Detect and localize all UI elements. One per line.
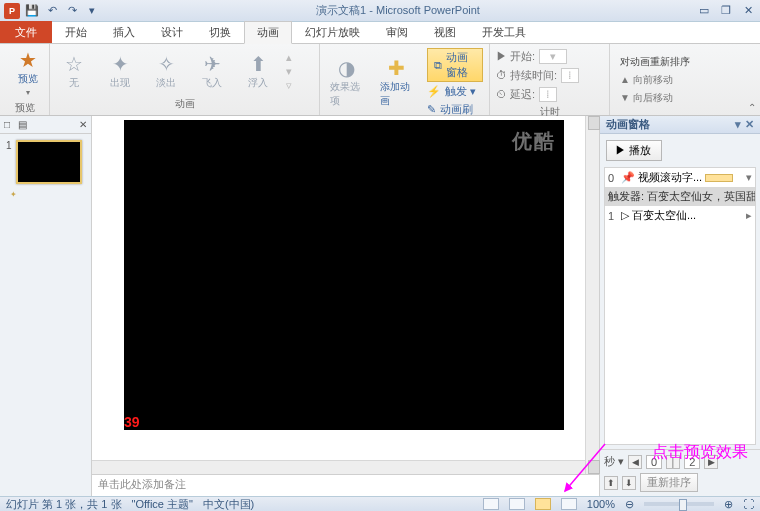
ribbon-collapse-icon[interactable]: ⌃: [748, 102, 756, 113]
save-icon[interactable]: 💾: [24, 3, 40, 19]
zoom-in-button[interactable]: ⊕: [724, 498, 733, 511]
slide-canvas[interactable]: 优酷 39: [124, 120, 564, 430]
trigger-icon: ⚡: [427, 85, 441, 98]
tab-design[interactable]: 设计: [148, 21, 196, 43]
preview-button[interactable]: ★ 预览 ▾: [6, 48, 50, 99]
reorder-title: 对动画重新排序: [620, 54, 754, 70]
pane-close-icon[interactable]: ✕: [745, 118, 754, 131]
qat-more-icon[interactable]: ▾: [84, 3, 100, 19]
seconds-label[interactable]: 秒 ▾: [604, 454, 624, 469]
fit-window-button[interactable]: ⛶: [743, 498, 754, 510]
animation-trigger-row[interactable]: 触发器: 百变太空仙女，英国甜...: [605, 187, 755, 206]
notes-pane[interactable]: 单击此处添加备注: [92, 474, 599, 496]
reorder-button[interactable]: 重新排序: [640, 473, 698, 492]
thumb-close-icon[interactable]: ✕: [79, 119, 87, 130]
timing-duration[interactable]: ⏱ 持续时间:⁞: [496, 67, 603, 84]
ribbon-tabs: 文件 开始 插入 设计 切换 动画 幻灯片放映 审阅 视图 开发工具: [0, 22, 760, 44]
status-theme: "Office 主题": [132, 497, 193, 512]
animation-play-button[interactable]: ▶ 播放: [606, 140, 662, 161]
timing-delay[interactable]: ⏲ 延迟:⁞: [496, 86, 603, 103]
status-language[interactable]: 中文(中国): [203, 497, 254, 512]
view-reading-button[interactable]: [535, 498, 551, 510]
group-preview-label: 预览: [6, 99, 43, 115]
animation-item-1[interactable]: 1 ▷ 百变太空仙... ▸: [605, 206, 755, 225]
chevron-right-icon[interactable]: ▸: [746, 209, 752, 222]
undo-icon[interactable]: ↶: [44, 3, 60, 19]
timeline-bar: [705, 174, 733, 182]
slide-thumbnail-1[interactable]: 1: [6, 140, 85, 184]
tab-developer[interactable]: 开发工具: [469, 21, 539, 43]
anim-fade[interactable]: ✧淡出: [148, 52, 184, 92]
pane-icon: ⧉: [434, 59, 442, 72]
tab-transitions[interactable]: 切换: [196, 21, 244, 43]
view-normal-button[interactable]: [483, 498, 499, 510]
timeline-next-button[interactable]: ▶: [704, 455, 718, 469]
preview-icon: ★: [19, 50, 37, 70]
animation-list: 0 📌 视频滚动字... ▾ 触发器: 百变太空仙女，英国甜... 1 ▷ 百变…: [604, 167, 756, 445]
chevron-down-icon[interactable]: ▾: [746, 171, 752, 184]
slide-thumbnail-panel: □ ▤ ✕ 1 ✦: [0, 116, 92, 496]
effect-options-button[interactable]: ◑效果选项: [326, 56, 366, 110]
painter-icon: ✎: [427, 103, 436, 116]
tab-view[interactable]: 视图: [421, 21, 469, 43]
title-bar: P 💾 ↶ ↷ ▾ 演示文稿1 - Microsoft PowerPoint ▭…: [0, 0, 760, 22]
zoom-slider[interactable]: [644, 502, 714, 506]
trigger-button[interactable]: ⚡触发 ▾: [427, 83, 483, 100]
anim-floatin[interactable]: ⬆浮入: [240, 52, 276, 92]
group-anim-label: 动画: [56, 95, 313, 111]
ribbon: ★ 预览 ▾ 预览 ☆无 ✦出现 ✧淡出 ✈飞入 ⬆浮入 ▴▾▿ 动画 ◑效果选…: [0, 44, 760, 116]
tab-animations[interactable]: 动画: [244, 21, 292, 44]
restore-icon[interactable]: ❐: [718, 4, 734, 17]
pin-icon: 📌: [621, 171, 635, 184]
animation-pane: 动画窗格 ▾✕ ▶ 播放 0 📌 视频滚动字... ▾ 触发器: 百变太空仙女，…: [600, 116, 760, 496]
thumb-tab-slides[interactable]: □: [4, 119, 10, 130]
pane-menu-icon[interactable]: ▾: [735, 118, 741, 131]
editor-horizontal-scrollbar[interactable]: [92, 460, 585, 474]
view-slideshow-button[interactable]: [561, 498, 577, 510]
editor-vertical-scrollbar[interactable]: [585, 116, 599, 474]
move-later-button[interactable]: ▼ 向后移动: [620, 90, 754, 106]
animation-indicator-icon: ✦: [10, 190, 91, 199]
tab-review[interactable]: 审阅: [373, 21, 421, 43]
reorder-down-button[interactable]: ⬇: [622, 476, 636, 490]
animation-item-0[interactable]: 0 📌 视频滚动字... ▾: [605, 168, 755, 187]
seconds-value-2[interactable]: 2: [684, 455, 700, 469]
tab-file[interactable]: 文件: [0, 21, 52, 43]
seconds-value[interactable]: 0: [646, 455, 662, 469]
zoom-out-button[interactable]: ⊖: [625, 498, 634, 511]
animation-pane-button[interactable]: ⧉动画窗格: [427, 48, 483, 82]
thumb-slide-preview: [16, 140, 82, 184]
status-slide-count: 幻灯片 第 1 张，共 1 张: [6, 497, 122, 512]
video-watermark: 优酷: [512, 128, 556, 155]
anim-gallery-more[interactable]: ▴▾▿: [286, 51, 292, 92]
reorder-up-button[interactable]: ⬆: [604, 476, 618, 490]
status-bar: 幻灯片 第 1 张，共 1 张 "Office 主题" 中文(中国) 100% …: [0, 496, 760, 511]
red-counter: 39: [124, 414, 140, 430]
tab-slideshow[interactable]: 幻灯片放映: [292, 21, 373, 43]
view-sorter-button[interactable]: [509, 498, 525, 510]
tab-insert[interactable]: 插入: [100, 21, 148, 43]
add-animation-button[interactable]: ✚添加动画: [376, 56, 416, 110]
anim-appear[interactable]: ✦出现: [102, 52, 138, 92]
animation-pane-title: 动画窗格: [606, 117, 650, 132]
anim-none[interactable]: ☆无: [56, 52, 92, 92]
redo-icon[interactable]: ↷: [64, 3, 80, 19]
anim-flyin[interactable]: ✈飞入: [194, 52, 230, 92]
thumb-tab-outline[interactable]: ▤: [18, 119, 27, 130]
zoom-level[interactable]: 100%: [587, 498, 615, 510]
move-earlier-button[interactable]: ▲ 向前移动: [620, 72, 754, 88]
minimize-icon[interactable]: ▭: [696, 4, 712, 17]
timeline-mid-button[interactable]: │: [666, 455, 680, 469]
slide-editor: 优酷 39 单击此处添加备注: [92, 116, 600, 496]
close-icon[interactable]: ✕: [740, 4, 756, 17]
timeline-prev-button[interactable]: ◀: [628, 455, 642, 469]
app-icon: P: [4, 3, 20, 19]
tab-home[interactable]: 开始: [52, 21, 100, 43]
window-title: 演示文稿1 - Microsoft PowerPoint: [100, 3, 696, 18]
timing-start[interactable]: ▶ 开始:▾: [496, 48, 603, 65]
